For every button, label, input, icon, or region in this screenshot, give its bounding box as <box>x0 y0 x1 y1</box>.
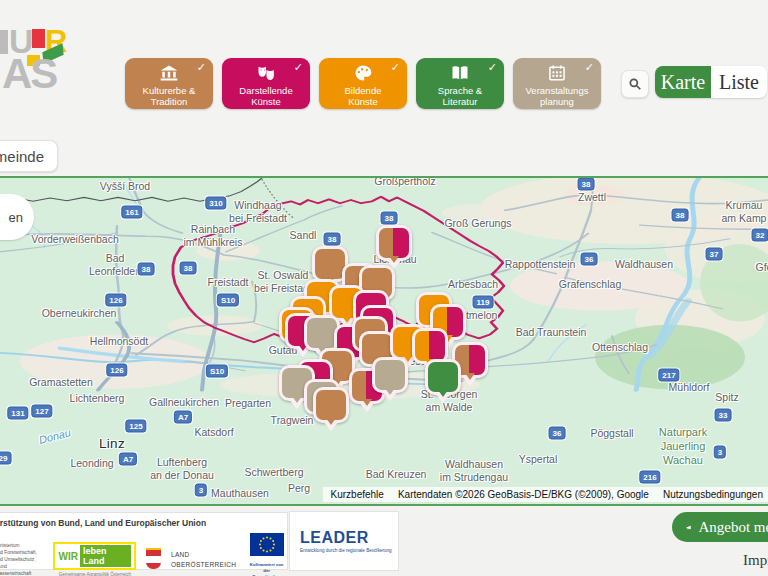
route-shield: 38 <box>578 178 595 191</box>
funding-logos-card: erstützung von Bund, Land und Europäisch… <box>0 512 288 570</box>
check-icon: ✓ <box>294 61 303 74</box>
terms-link[interactable]: Nutzungsbedingungen <box>663 489 763 500</box>
town-label: Donau <box>38 426 73 447</box>
route-shield: 38 <box>672 209 689 222</box>
route-shield: 36 <box>581 253 598 266</box>
route-shield: 37 <box>706 248 723 261</box>
check-icon: ✓ <box>197 61 206 74</box>
search-button[interactable] <box>621 70 649 98</box>
route-shield: 38 <box>381 212 398 225</box>
town-label: Oberneukirchen <box>42 307 117 320</box>
route-shield: S10 <box>206 365 228 378</box>
view-toggle: Karte Liste <box>655 66 767 98</box>
town-label: Arbesbach <box>448 278 498 291</box>
marker-pointer-tip <box>292 396 302 403</box>
town-label: Gfö <box>756 261 768 274</box>
town-label: Linz <box>99 436 125 453</box>
route-shield: 216 <box>639 471 660 484</box>
town-label: Katsdorf <box>194 426 233 439</box>
route-shield: 3 <box>195 484 207 497</box>
town-label: Pregarten <box>225 397 271 410</box>
filter-label: Veranstaltungs planung <box>526 85 589 108</box>
town-label: Bad Traunstein <box>516 326 587 339</box>
report-offer-button[interactable]: Angebot melden <box>672 512 768 542</box>
town-label: Schwertberg <box>245 466 304 479</box>
map-marker[interactable] <box>372 357 408 393</box>
town-label: Gramastetten <box>29 376 93 389</box>
check-icon: ✓ <box>488 61 497 74</box>
town-label: Krumau am Kamp <box>722 199 767 225</box>
logo-letter: AS <box>2 50 56 98</box>
report-offer-label: Angebot melden <box>698 519 768 536</box>
town-label: Bad Kreuzen <box>366 468 427 481</box>
map-marker[interactable] <box>376 225 412 261</box>
austria-coat-of-arms-icon <box>146 550 161 569</box>
town-label: Bad Leonfelden <box>89 252 141 278</box>
route-shield: 38 <box>138 263 155 276</box>
leader-title: LEADER <box>300 530 398 546</box>
map-overlays: Vyšší BrodWindhaag bei FreistadtSandlGro… <box>0 178 768 504</box>
town-label: Groß Gerungs <box>444 217 511 230</box>
filter-button[interactable]: ✓Bildende Künste <box>319 58 407 109</box>
route-shield: 33 <box>715 409 732 422</box>
route-shield: 131 <box>7 407 28 420</box>
route-shield: 38 <box>180 262 197 275</box>
route-shield: 32 <box>752 229 768 242</box>
route-shield: 38 <box>324 233 341 246</box>
map-data-text: Kartendaten ©2026 GeoBasis-DE/BKG (©2009… <box>398 489 649 500</box>
route-shield: 310 <box>205 197 226 210</box>
route-shield: 161 <box>121 206 142 219</box>
town-label: Vorderweißenbach <box>31 233 119 246</box>
category-filter-row: ✓Kulturerbe & Tradition✓Darstellende Kün… <box>125 58 601 109</box>
town-label: Tragwein <box>271 414 314 427</box>
route-shield: 119 <box>473 296 494 309</box>
marker-pointer-tip <box>326 418 336 425</box>
map-marker[interactable] <box>313 387 349 423</box>
filter-label: Darstellende Künste <box>239 85 292 108</box>
town-label: Spitz <box>715 391 738 404</box>
check-icon: ✓ <box>585 61 594 74</box>
gemeinde-filter[interactable]: meinde <box>0 140 58 172</box>
map-canvas[interactable]: Vyšší BrodWindhaag bei FreistadtSandlGro… <box>0 176 768 506</box>
route-shield: S10 <box>217 294 239 307</box>
town-label: Zwettl <box>578 191 606 204</box>
town-label: Gallneukirchen <box>149 396 219 409</box>
filter-button[interactable]: ✓Darstellende Künste <box>222 58 310 109</box>
marker-pointer-tip <box>438 390 448 397</box>
kulturatlas-logo[interactable]: U R AS <box>0 0 110 110</box>
route-shield: 3 <box>714 446 726 459</box>
town-label: Perg <box>288 482 310 495</box>
town-label: Vyšší Brod <box>100 180 150 193</box>
marker-pointer-tip <box>385 388 395 395</box>
check-icon: ✓ <box>391 61 400 74</box>
filter-button[interactable]: ✓Veranstaltungs planung <box>513 58 601 109</box>
town-label: Waldhausen im Strudengau <box>440 458 508 484</box>
route-shield: 217 <box>658 369 679 382</box>
town-label: Mühldorf <box>669 381 710 394</box>
impressum-link[interactable]: Impressum <box>743 552 768 569</box>
logo-shape <box>32 29 45 48</box>
leader-subtitle: Entwicklung durch die regionale Bevölker… <box>300 548 398 553</box>
calendar-icon <box>547 63 567 84</box>
filter-label: Sprache & Literatur <box>438 85 482 108</box>
marker-pointer-tip <box>362 399 372 406</box>
museum-icon <box>159 63 179 84</box>
book-icon <box>450 63 470 84</box>
funding-title: erstützung von Bund, Land und Europäisch… <box>0 518 206 528</box>
filter-button[interactable]: ✓Sprache & Literatur <box>416 58 504 109</box>
filter-button[interactable]: ✓Kulturerbe & Tradition <box>125 58 213 109</box>
header: U R AS ✓Kulturerbe & Tradition✓Darstelle… <box>0 0 768 176</box>
route-shield: 29 <box>0 452 11 465</box>
megaphone-icon <box>686 520 691 535</box>
route-shield: 127 <box>31 405 52 418</box>
map-label-pill-text: en <box>9 210 23 225</box>
town-label: Rainbach im Mühlkreis <box>184 223 243 249</box>
route-shield: 125 <box>125 420 146 433</box>
town-label: Sandl <box>290 229 317 242</box>
tab-karte[interactable]: Karte <box>655 66 711 98</box>
palette-icon <box>353 63 373 84</box>
map-marker[interactable] <box>425 359 461 395</box>
keyboard-shortcuts-link[interactable]: Kurzbefehle <box>331 489 384 500</box>
route-shield: 36 <box>549 427 566 440</box>
tab-liste[interactable]: Liste <box>711 66 767 98</box>
